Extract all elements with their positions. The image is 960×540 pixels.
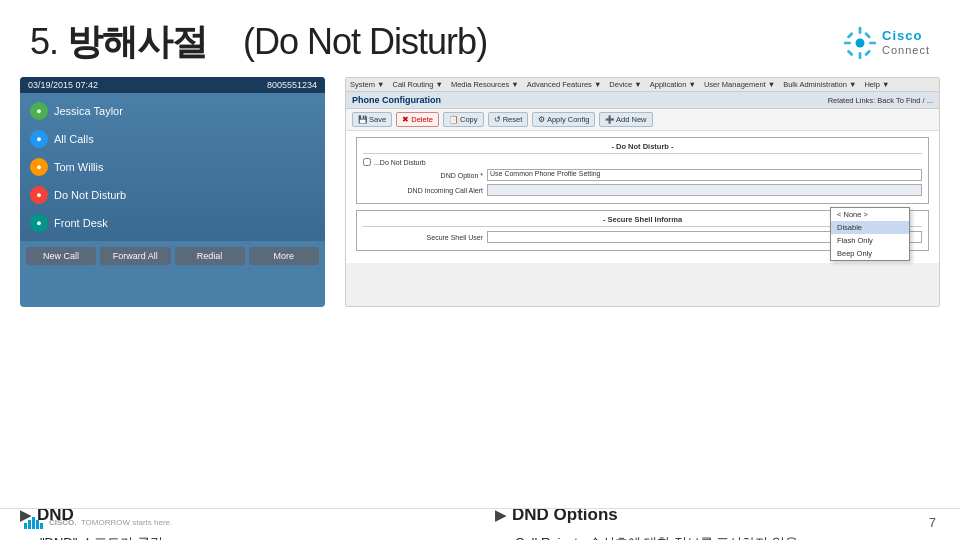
- connect-text: Cisco Connect: [882, 29, 930, 55]
- page-header: 5. 방해사절 (Do Not Disturb) Cisco Connect: [0, 0, 960, 77]
- contact-icon-orange: ●: [30, 158, 48, 176]
- svg-rect-7: [847, 49, 854, 56]
- list-item: ● All Calls: [26, 125, 319, 153]
- svg-rect-4: [869, 41, 876, 44]
- dnd-section: - Do Not Disturb - ...Do Not Disturb DND…: [356, 137, 929, 204]
- dnd-incoming-input[interactable]: [487, 184, 922, 196]
- footer-cisco: CISCO. TOMORROW starts here.: [24, 517, 172, 529]
- copy-button[interactable]: 📋 Copy: [443, 112, 484, 127]
- main-content: 03/19/2015 07:42 8005551234 ● Jessica Ta…: [0, 77, 960, 497]
- dnd-option-row: DND Option * Use Common Phone Profile Se…: [363, 169, 922, 181]
- dnd-incoming-label: DND Incoming Call Alert: [363, 187, 483, 194]
- list-item: ● Do Not Disturb: [26, 181, 319, 209]
- contact-icon-red: ●: [30, 186, 48, 204]
- svg-point-0: [856, 38, 865, 47]
- delete-button[interactable]: ✖ Delete: [396, 112, 439, 127]
- svg-rect-3: [844, 41, 851, 44]
- list-item: "DND" 소프트키 클릭: [30, 533, 465, 540]
- contact-icon-green: ●: [30, 102, 48, 120]
- left-bullet-list: "DND" 소프트키 클릭 Self Care Portal: [20, 533, 465, 540]
- svg-rect-1: [859, 26, 862, 33]
- save-button[interactable]: 💾 Save: [352, 112, 392, 127]
- list-item: ● Jessica Taylor: [26, 97, 319, 125]
- more-button[interactable]: More: [249, 247, 319, 265]
- cisco-connect-logo: Cisco Connect: [842, 25, 930, 61]
- apply-config-button[interactable]: ⚙ Apply Config: [532, 112, 595, 127]
- config-menubar: System ▼ Call Routing ▼ Media Resources …: [346, 78, 939, 92]
- new-call-button[interactable]: New Call: [26, 247, 96, 265]
- svg-rect-2: [859, 52, 862, 59]
- list-item: ● Front Desk: [26, 209, 319, 237]
- secure-user-label: Secure Shell User: [363, 234, 483, 241]
- dropdown-item-none[interactable]: < None >: [831, 208, 909, 221]
- config-screenshot-container: System ▼ Call Routing ▼ Media Resources …: [345, 77, 940, 307]
- dropdown-item-flash[interactable]: Flash Only: [831, 234, 909, 247]
- phone-contacts: ● Jessica Taylor ● All Calls ● Tom Willi…: [20, 93, 325, 241]
- redial-button[interactable]: Redial: [175, 247, 245, 265]
- related-links-label: Related Links: Back To Find / ...: [828, 96, 933, 105]
- add-new-button[interactable]: ➕ Add New: [599, 112, 652, 127]
- dropdown-item-disable[interactable]: Disable: [831, 221, 909, 234]
- phone-buttons: New Call Forward All Redial More: [20, 241, 325, 271]
- dnd-checkbox-row: ...Do Not Disturb: [363, 158, 922, 166]
- config-section-title: Phone Configuration: [352, 95, 822, 105]
- svg-rect-8: [864, 49, 871, 56]
- toolbar-buttons: 💾 Save ✖ Delete 📋 Copy ↺ Reset ⚙ Apply C…: [346, 109, 939, 131]
- page-number: 7: [929, 515, 936, 530]
- phone-screenshot: 03/19/2015 07:42 8005551234 ● Jessica Ta…: [20, 77, 325, 307]
- footer-cisco-label: CISCO. TOMORROW starts here.: [49, 518, 172, 527]
- config-toolbar: Phone Configuration Related Links: Back …: [346, 92, 939, 109]
- dnd-option-input[interactable]: Use Common Phone Profile Setting: [487, 169, 922, 181]
- phone-statusbar: 03/19/2015 07:42 8005551234: [20, 77, 325, 93]
- cisco-bars-icon: [24, 517, 43, 529]
- reset-button[interactable]: ↺ Reset: [488, 112, 529, 127]
- dnd-incoming-row: DND Incoming Call Alert: [363, 184, 922, 196]
- cucm-config-panel: System ▼ Call Routing ▼ Media Resources …: [345, 77, 940, 307]
- gear-icon: [842, 25, 878, 61]
- page-title: 5. 방해사절 (Do Not Disturb): [30, 18, 487, 67]
- list-item: ● Tom Willis: [26, 153, 319, 181]
- dnd-section-title: - Do Not Disturb -: [363, 142, 922, 154]
- page-footer: CISCO. TOMORROW starts here. 7: [0, 508, 960, 530]
- dnd-option-label: DND Option *: [363, 172, 483, 179]
- contact-icon-blue: ●: [30, 130, 48, 148]
- dnd-checkbox-label: ...Do Not Disturb: [374, 159, 426, 166]
- right-bullet-list: Call Reject : 수신호에 대한 정보를 표시하지 않음 Ringer…: [495, 533, 940, 540]
- dnd-dropdown-popup: < None > Disable Flash Only Beep Only: [830, 207, 910, 261]
- dnd-checkbox[interactable]: [363, 158, 371, 166]
- contact-icon-teal: ●: [30, 214, 48, 232]
- dropdown-item-beep[interactable]: Beep Only: [831, 247, 909, 260]
- svg-rect-6: [864, 31, 871, 38]
- svg-rect-5: [847, 31, 854, 38]
- forward-all-button[interactable]: Forward All: [100, 247, 170, 265]
- list-item: Call Reject : 수신호에 대한 정보를 표시하지 않음: [505, 533, 940, 540]
